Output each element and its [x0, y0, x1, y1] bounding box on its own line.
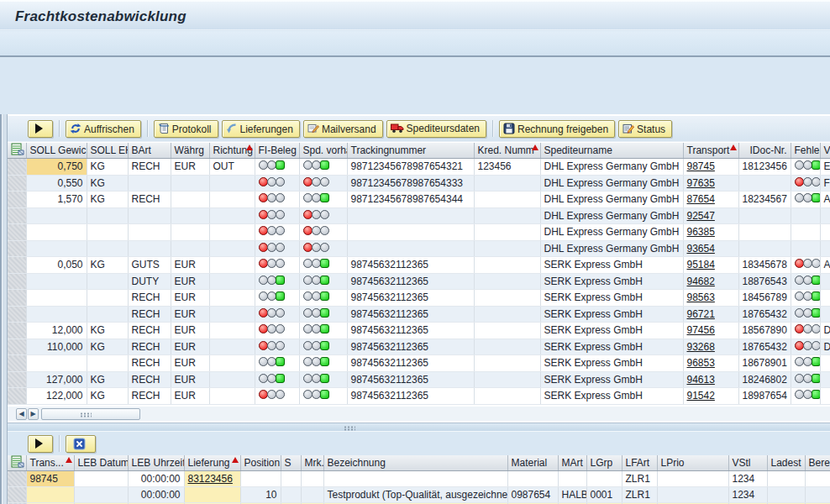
cell-fehler [791, 355, 820, 372]
traffic-light-green [259, 374, 285, 383]
cell-v [820, 355, 830, 372]
transport-link[interactable]: 97456 [687, 324, 715, 336]
transport-link[interactable]: 91542 [687, 390, 715, 402]
transport-link[interactable]: 92547 [687, 210, 715, 222]
row-selector[interactable] [8, 290, 26, 307]
transport-link[interactable]: 93268 [687, 341, 715, 353]
expand-button[interactable] [28, 120, 53, 138]
transport-link[interactable]: 98745 [687, 160, 715, 172]
transport-link[interactable]: 97635 [687, 177, 715, 189]
scroll-right-button[interactable]: ▶ [28, 408, 39, 420]
column-header-tracking[interactable]: Trackingnummer [347, 143, 474, 159]
cell-material: 0987654 [507, 487, 558, 503]
column-header-richtung[interactable]: Richtung [209, 143, 255, 159]
column-header-v[interactable]: V [820, 143, 830, 159]
cell-spd [299, 371, 347, 388]
cell-v [820, 371, 830, 388]
close-button[interactable] [66, 435, 96, 453]
cell-idoc [738, 207, 791, 224]
column-header-trans[interactable]: Trans... [26, 455, 74, 471]
column-header-vstl[interactable]: VStl [728, 455, 767, 471]
column-header-mart[interactable]: MArt [558, 455, 586, 471]
column-header-s[interactable]: S [281, 455, 301, 471]
column-header-idoc[interactable]: IDoc-Nr. [738, 143, 791, 159]
transport-link[interactable]: 96721 [687, 308, 715, 320]
status-button[interactable]: Status [618, 120, 672, 138]
column-header-ladest[interactable]: Ladest [767, 455, 805, 471]
column-header-fi[interactable]: FI-Beleg v [255, 143, 299, 159]
row-selector[interactable] [8, 192, 26, 208]
cell-spd [299, 207, 347, 224]
transport-link[interactable]: 95184 [687, 259, 715, 270]
column-header-waehrg[interactable]: Währg [171, 143, 209, 159]
refresh-button[interactable]: Auffrischen [66, 120, 141, 138]
select-all-header[interactable] [8, 143, 26, 159]
cell-waehrg: EUR [171, 273, 209, 290]
row-selector[interactable] [8, 371, 26, 388]
column-header-material[interactable]: Material [507, 455, 558, 471]
transport-link[interactable]: 98563 [687, 291, 715, 303]
row-selector[interactable] [8, 487, 26, 503]
release-invoice-button[interactable]: Rechnung freigeben [499, 120, 615, 138]
cell-waehrg: EUR [171, 339, 209, 355]
column-header-kred[interactable]: Kred. Numm [474, 143, 540, 159]
column-header-datum[interactable]: LEB Datum [74, 455, 128, 471]
cell-gewic [26, 355, 87, 372]
column-header-mrk[interactable]: Mrk. [301, 455, 323, 471]
column-header-sped[interactable]: Spediteurname [540, 143, 683, 159]
column-header-lfart[interactable]: LFArt [622, 455, 657, 471]
mail-button[interactable]: Mailversand [303, 120, 383, 138]
column-header-fehler[interactable]: Fehler [791, 143, 820, 159]
traffic-light-red [795, 324, 821, 333]
column-header-lieferung[interactable]: Lieferung [184, 455, 240, 471]
row-selector[interactable] [8, 471, 26, 487]
column-header-bereit[interactable]: Berei [805, 455, 830, 471]
column-header-gewic[interactable]: SOLL Gewic [26, 143, 87, 159]
scrollbar-thumb[interactable] [41, 408, 140, 420]
cell-richtung [209, 339, 255, 355]
cell-spd [299, 273, 347, 290]
row-selector[interactable] [8, 355, 26, 372]
row-selector[interactable] [8, 388, 26, 405]
row-selector[interactable] [8, 207, 26, 224]
row-selector[interactable] [8, 306, 26, 323]
transport-link[interactable]: 96385 [687, 226, 715, 238]
column-header-lgrp[interactable]: LGrp [586, 455, 622, 471]
column-header-bez[interactable]: Bezeichnung [323, 455, 507, 471]
horizontal-scrollbar[interactable]: ◀ ▶ [8, 406, 830, 421]
row-selector[interactable] [8, 175, 26, 192]
row-selector[interactable] [8, 323, 26, 339]
select-all-header[interactable] [8, 455, 26, 471]
column-header-bart[interactable]: BArt [128, 143, 171, 159]
transport-link[interactable]: 93654 [687, 243, 715, 255]
cell-waehrg: EUR [171, 159, 209, 176]
cell-transport: 93268 [683, 339, 738, 355]
carrier-data-button[interactable]: Spediteursdaten [386, 120, 486, 138]
pane-splitter[interactable] [8, 423, 830, 432]
cell-ladest [767, 471, 805, 487]
row-selector[interactable] [8, 273, 26, 290]
detail-expand-button[interactable] [28, 435, 53, 453]
row-selector[interactable] [8, 159, 26, 176]
scroll-left-button[interactable]: ◀ [16, 408, 27, 420]
column-header-position[interactable]: Position [240, 455, 281, 471]
column-header-spd[interactable]: Spd. vorha [299, 143, 347, 159]
protocol-button[interactable]: Protokoll [154, 120, 218, 138]
transport-link[interactable]: 94682 [687, 276, 715, 287]
cell-idoc [738, 175, 791, 192]
row-selector[interactable] [8, 257, 26, 274]
column-header-uhrzeit[interactable]: LEB Uhrzeit [128, 455, 184, 471]
deliveries-button[interactable]: Lieferungen [222, 120, 300, 138]
transport-link[interactable]: 96853 [687, 357, 715, 369]
row-selector[interactable] [8, 224, 26, 241]
row-selector[interactable] [8, 339, 26, 355]
column-header-eh[interactable]: SOLL EH [87, 143, 128, 159]
lieferung-link[interactable]: 83123456 [188, 473, 233, 485]
row-selector[interactable] [8, 240, 26, 257]
column-header-transport[interactable]: Transport [683, 143, 738, 159]
cell-waehrg [171, 192, 209, 208]
cell-tracking: 98745632112365 [347, 257, 474, 274]
transport-link[interactable]: 87654 [687, 193, 715, 205]
transport-link[interactable]: 94613 [687, 374, 715, 386]
column-header-lprio[interactable]: LPrio [657, 455, 728, 471]
